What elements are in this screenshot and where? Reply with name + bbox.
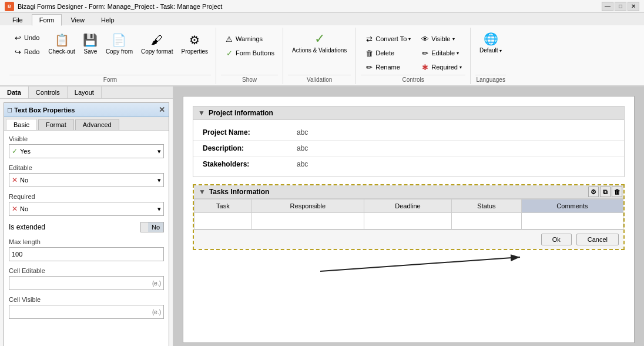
copy-from-button[interactable]: 📄 Copy from [103,31,136,56]
properties-icon: ⚙ [187,33,202,47]
ribbon-group-show-label: Show [221,75,278,84]
cell-responsible[interactable] [251,213,364,229]
cancel-button[interactable]: Cancel [576,234,619,245]
prop-input-max-length[interactable] [9,247,164,261]
cell-visible-expr-icon[interactable]: (e.) [152,309,161,315]
col-responsible: Responsible [251,199,364,213]
prop-tab-advanced[interactable]: Advanced [75,119,119,130]
prop-select-visible[interactable]: ✓ Yes ▾ [9,144,164,158]
copy-from-icon: 📄 [112,33,126,47]
tasks-toggle[interactable]: ▼ [199,188,206,196]
description-value: abc [297,144,308,152]
redo-button[interactable]: ↪ Redo [9,45,43,58]
required-button[interactable]: ✱ Required ▾ [417,61,465,74]
prop-select-required[interactable]: ✕ No ▾ [9,202,164,216]
default-language-icon: 🌐 [484,32,498,46]
visible-check-icon: ✓ [12,147,18,155]
actions-validations-button[interactable]: ✓ Actions & Validations [288,30,351,55]
default-language-button[interactable]: 🌐 Default ▾ [475,30,506,55]
form-row-project-name: Project Name: abc [193,125,624,141]
delete-button[interactable]: 🗑 Delete [361,46,414,59]
tab-help[interactable]: Help [93,14,122,25]
save-icon: 💾 [83,33,98,47]
prop-expr-cell-editable[interactable]: (e.) [9,276,164,290]
required-icon: ✱ [420,62,430,72]
cell-deadline[interactable] [364,213,451,229]
copy-format-button[interactable]: 🖌 Copy format [138,31,176,56]
description-label: Description: [203,144,297,152]
left-panel: Data Controls Layout □ Text Box Properti… [0,86,173,346]
actions-validations-icon: ✓ [313,32,327,46]
tasks-title: Tasks Information [209,188,269,196]
prop-select-editable[interactable]: ✕ No ▾ [9,173,164,187]
editable-cross-icon: ✕ [12,176,18,184]
prop-field-cell-visible: Cell Visible (e.) [9,296,164,319]
project-info-title: Project information [209,109,273,117]
cell-comments[interactable] [521,213,623,229]
ribbon-content: ↩ Undo ↪ Redo 📋 Check-out [0,25,644,85]
ok-button[interactable]: Ok [541,234,572,245]
toggle-off-part[interactable] [141,222,148,232]
table-row [194,213,623,229]
prop-label-cell-editable: Cell Editable [9,267,164,274]
tasks-section: ▼ Tasks Information ⚙ ⧉ 🗑 Task Responsib… [193,184,625,250]
ribbon-group-validation-label: Validation [288,75,351,84]
minimize-button[interactable]: — [602,2,613,11]
prop-label-visible: Visible [9,135,164,142]
cell-task[interactable] [194,213,252,229]
visible-button[interactable]: 👁 Visible ▾ [417,32,465,45]
panel-tab-layout[interactable]: Layout [68,86,102,98]
cell-status[interactable] [452,213,522,229]
tab-view[interactable]: View [63,14,92,25]
prop-visible-value: Yes [20,148,31,155]
undo-button[interactable]: ↩ Undo [9,31,43,44]
warnings-button[interactable]: ⚠ Warnings [221,32,278,45]
editable-button[interactable]: ✏ Editable ▾ [417,46,465,59]
convert-to-button[interactable]: ⇄ Convert To ▾ [361,32,414,45]
toggle-no-label[interactable]: No [148,222,163,232]
tab-file[interactable]: File [5,14,31,25]
ribbon-group-controls: ⇄ Convert To ▾ 🗑 Delete ✏ Rename [356,28,471,84]
rename-button[interactable]: ✏ Rename [361,61,414,74]
panel-tab-data[interactable]: Data [0,86,29,98]
form-buttons-button[interactable]: ✓ Form Buttons [221,46,278,59]
properties-close-button[interactable]: ✕ [159,105,165,114]
table-delete-button[interactable]: 🗑 [612,187,622,197]
tab-form[interactable]: Form [32,14,62,26]
project-info-toggle[interactable]: ▼ [198,109,205,117]
form-buttons-icon: ✓ [224,48,234,58]
ribbon-group-languages: 🌐 Default ▾ Languages [471,28,511,84]
checkout-button[interactable]: 📋 Check-out [45,31,78,56]
col-task: Task [194,199,252,213]
task-table-footer: Ok Cancel [194,229,623,249]
project-info-content: Project Name: abc Description: abc Stake… [193,120,625,177]
col-deadline: Deadline [364,199,451,213]
prop-expr-cell-visible[interactable]: (e.) [9,305,164,319]
form-row-description: Description: abc [193,141,624,157]
properties-panel-icon: □ [8,106,12,114]
panel-tabs: Data Controls Layout [0,86,173,99]
close-window-button[interactable]: ✕ [628,2,639,11]
prop-tab-format[interactable]: Format [38,119,74,130]
required-select-arrow: ▾ [157,205,161,213]
prop-label-cell-visible: Cell Visible [9,296,164,303]
maximize-button[interactable]: □ [615,2,626,11]
save-button[interactable]: 💾 Save [80,31,100,56]
copy-format-icon: 🖌 [150,33,164,47]
table-copy-button[interactable]: ⧉ [600,187,611,197]
properties-button[interactable]: ⚙ Properties [178,31,211,56]
prop-label-editable: Editable [9,164,164,171]
table-settings-button[interactable]: ⚙ [588,187,599,197]
panel-tab-controls[interactable]: Controls [29,86,68,98]
stakeholders-value: abc [297,160,308,168]
editable-dropdown-arrow: ▾ [457,51,459,56]
is-extended-toggle[interactable]: No [140,222,164,232]
visible-dropdown-arrow: ▾ [452,36,455,42]
cell-editable-expr-icon[interactable]: (e.) [152,280,161,287]
title-bar: B Bizagi Forms Designer - Form: Manage_P… [0,0,644,13]
ribbon-group-form: ↩ Undo ↪ Redo 📋 Check-out [5,28,216,84]
properties-header: □ Text Box Properties ✕ [4,103,169,117]
prop-tab-basic[interactable]: Basic [6,119,37,130]
convert-to-dropdown-arrow: ▾ [408,36,411,42]
tasks-section-header: ▼ Tasks Information ⚙ ⧉ 🗑 [194,185,623,199]
